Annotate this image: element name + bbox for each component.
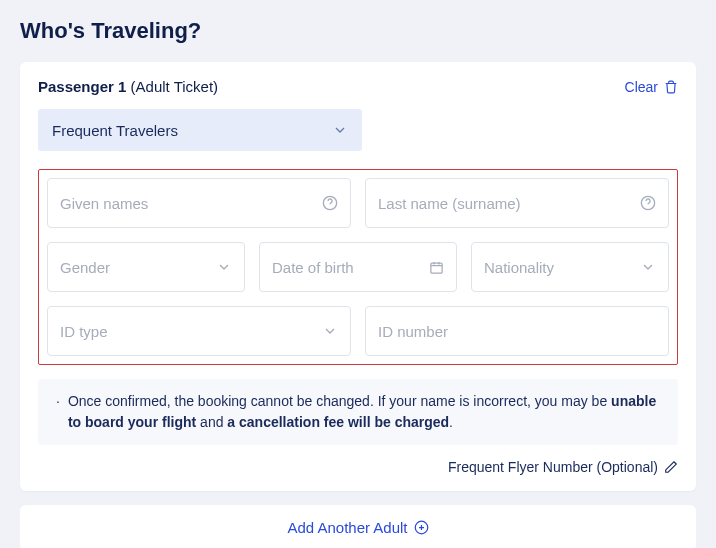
bullet-icon: ·	[56, 391, 60, 433]
nationality-placeholder: Nationality	[484, 259, 554, 276]
add-another-adult-button[interactable]: Add Another Adult	[287, 519, 428, 536]
clear-label: Clear	[625, 79, 658, 95]
id-number-placeholder: ID number	[378, 323, 448, 340]
passenger-ticket-type-text: (Adult Ticket)	[131, 78, 219, 95]
given-names-field[interactable]: Given names	[47, 178, 351, 228]
dob-placeholder: Date of birth	[272, 259, 354, 276]
notice-text: Once confirmed, the booking cannot be ch…	[68, 391, 660, 433]
gender-select[interactable]: Gender	[47, 242, 245, 292]
chevron-down-icon	[640, 259, 656, 275]
notice-bold2: a cancellation fee will be charged	[227, 414, 449, 430]
chevron-down-icon	[216, 259, 232, 275]
add-adult-card: Add Another Adult	[20, 505, 696, 548]
last-name-field[interactable]: Last name (surname)	[365, 178, 669, 228]
booking-notice: · Once confirmed, the booking cannot be …	[38, 379, 678, 445]
frequent-travelers-select[interactable]: Frequent Travelers	[38, 109, 362, 151]
page-title: Who's Traveling?	[20, 18, 696, 44]
id-type-placeholder: ID type	[60, 323, 108, 340]
id-number-field[interactable]: ID number	[365, 306, 669, 356]
help-icon[interactable]	[322, 195, 338, 211]
passenger-header: Passenger 1 (Adult Ticket) Clear	[38, 78, 678, 95]
chevron-down-icon	[332, 122, 348, 138]
highlighted-fields-box: Given names Last name (surname) Gender D…	[38, 169, 678, 365]
calendar-icon	[429, 260, 444, 275]
given-names-placeholder: Given names	[60, 195, 148, 212]
svg-rect-2	[431, 263, 442, 273]
clear-button[interactable]: Clear	[625, 79, 678, 95]
frequent-flyer-button[interactable]: Frequent Flyer Number (Optional)	[38, 459, 678, 475]
frequent-flyer-label: Frequent Flyer Number (Optional)	[448, 459, 658, 475]
last-name-placeholder: Last name (surname)	[378, 195, 521, 212]
passenger-card: Passenger 1 (Adult Ticket) Clear Frequen…	[20, 62, 696, 491]
chevron-down-icon	[322, 323, 338, 339]
notice-suffix: .	[449, 414, 453, 430]
id-type-select[interactable]: ID type	[47, 306, 351, 356]
dob-field[interactable]: Date of birth	[259, 242, 457, 292]
gender-placeholder: Gender	[60, 259, 110, 276]
help-icon[interactable]	[640, 195, 656, 211]
notice-prefix: Once confirmed, the booking cannot be ch…	[68, 393, 611, 409]
edit-icon	[664, 460, 678, 474]
trash-icon	[664, 80, 678, 94]
frequent-travelers-label: Frequent Travelers	[52, 122, 178, 139]
passenger-title: Passenger 1 (Adult Ticket)	[38, 78, 218, 95]
notice-mid: and	[196, 414, 227, 430]
nationality-select[interactable]: Nationality	[471, 242, 669, 292]
passenger-label: Passenger 1	[38, 78, 126, 95]
add-another-adult-label: Add Another Adult	[287, 519, 407, 536]
plus-circle-icon	[414, 520, 429, 535]
